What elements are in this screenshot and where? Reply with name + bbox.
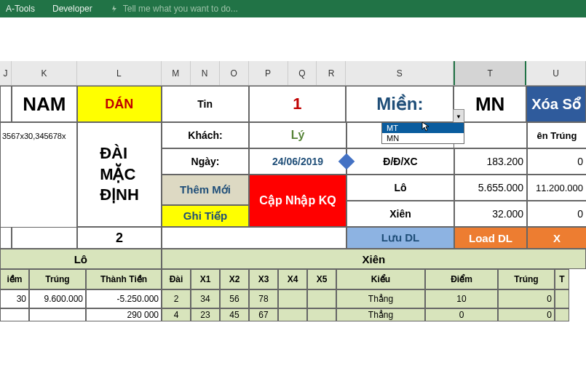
col-Q[interactable]: Q <box>288 61 317 85</box>
table-cell[interactable]: 10 <box>425 289 498 308</box>
dai-mac-dinh[interactable]: ĐÀI MẶC ĐỊNH <box>77 122 162 227</box>
table-cell[interactable] <box>278 289 307 308</box>
col-S[interactable]: S <box>346 61 454 85</box>
col-P[interactable]: P <box>249 61 288 85</box>
table-cell[interactable]: 290 000 <box>86 308 162 321</box>
table-cell[interactable] <box>29 308 86 321</box>
hdr-trung2: Trúng <box>498 269 555 289</box>
number-cell[interactable]: 1 <box>249 86 347 122</box>
table-cell[interactable]: 56 <box>220 289 249 308</box>
col-J[interactable]: J <box>0 61 12 85</box>
cell[interactable] <box>454 122 527 148</box>
hdr-iem: iềm <box>0 269 29 289</box>
dropdown-arrow-icon[interactable]: ▼ <box>453 109 464 124</box>
cell[interactable] <box>0 227 12 249</box>
hdr-dai: Đài <box>162 269 191 289</box>
col-T[interactable]: T <box>454 61 526 85</box>
lo-label: Lô <box>347 175 454 201</box>
val-0a[interactable]: 0 <box>527 148 586 175</box>
code-cell[interactable]: 3567x30,345678x <box>0 122 77 148</box>
mien-label: Miền: <box>346 86 454 122</box>
table-cell[interactable]: 4 <box>162 308 191 321</box>
table-cell[interactable]: 0 <box>498 308 555 321</box>
table-cell[interactable]: 0 <box>498 289 555 308</box>
nam-cell[interactable]: NAM <box>12 86 77 122</box>
col-L[interactable]: L <box>77 61 162 85</box>
mn-dropdown[interactable]: MN <box>454 86 526 122</box>
x-button[interactable]: X <box>527 227 586 249</box>
table-cell[interactable] <box>278 308 307 321</box>
tellme-search[interactable]: Tell me what you want to do... <box>110 4 238 14</box>
cell[interactable] <box>0 201 77 227</box>
lo-section: Lô <box>0 249 162 269</box>
hdr-thanhtien: Thành Tiền <box>86 269 162 289</box>
table-cell[interactable] <box>307 289 336 308</box>
val-11200[interactable]: 11.200.000 <box>527 175 586 201</box>
ly-cell[interactable]: Lý <box>249 122 347 148</box>
column-headers[interactable]: J K L M N O P Q R S T U <box>0 61 586 86</box>
hdr-kieu: Kiểu <box>336 269 425 289</box>
val-0b[interactable]: 0 <box>527 201 586 227</box>
ribbon-atools[interactable]: A-Tools <box>6 4 35 14</box>
col-R[interactable]: R <box>317 61 346 85</box>
hdr-x5: X5 <box>307 269 336 289</box>
col-N[interactable]: N <box>191 61 220 85</box>
table-cell[interactable]: 30 <box>0 289 29 308</box>
table-cell[interactable]: 67 <box>249 308 278 321</box>
col-K[interactable]: K <box>12 61 77 85</box>
cell[interactable] <box>0 175 77 201</box>
cell[interactable] <box>0 148 77 175</box>
table-cell[interactable]: 0 <box>425 308 498 321</box>
table-cell[interactable]: Thẳng <box>336 289 425 308</box>
dan-button[interactable]: DÁN <box>77 86 162 122</box>
capnhap-button[interactable]: Cập Nhập KQ <box>249 175 347 227</box>
ribbon-developer[interactable]: Developer <box>52 4 92 14</box>
hdr-x3: X3 <box>249 269 278 289</box>
table-cell[interactable]: 34 <box>191 289 220 308</box>
val-5655[interactable]: 5.655.000 <box>454 175 527 201</box>
hdr-x2: X2 <box>220 269 249 289</box>
date-cell[interactable]: 24/06/2019 <box>249 148 347 175</box>
entrung-cell: ên Trúng <box>527 122 586 148</box>
hdr-trung: Trúng <box>29 269 86 289</box>
xoa-button[interactable]: Xóa Sổ <box>526 86 586 122</box>
table-cell[interactable]: 23 <box>191 308 220 321</box>
table-cell[interactable]: 45 <box>220 308 249 321</box>
cell[interactable] <box>162 227 347 249</box>
ddxc-label: Đ/Đ/XC <box>347 148 454 175</box>
col-U[interactable]: U <box>526 61 586 85</box>
khach-label: Khách: <box>162 122 249 148</box>
table-cell[interactable]: 9.600.000 <box>29 289 86 308</box>
xien-label: Xiên <box>347 201 454 227</box>
xien-section: Xiên <box>162 249 586 269</box>
table-cell[interactable]: 78 <box>249 289 278 308</box>
val-183200[interactable]: 183.200 <box>454 148 527 175</box>
two-cell[interactable]: 2 <box>77 227 162 249</box>
col-O[interactable]: O <box>220 61 249 85</box>
hdr-diem: Điểm <box>425 269 498 289</box>
ghitiep-button[interactable]: Ghi Tiếp <box>162 205 249 227</box>
table-cell[interactable] <box>555 289 569 308</box>
cell[interactable] <box>0 86 12 122</box>
themmoi-button[interactable]: Thêm Mới <box>162 175 249 205</box>
lightbulb-icon <box>110 4 119 13</box>
hdr-x4: X4 <box>278 269 307 289</box>
hdr-t: T <box>555 269 569 289</box>
table-cell[interactable]: -5.250.000 <box>86 289 162 308</box>
load-button[interactable]: Load DL <box>454 227 527 249</box>
table-cell[interactable] <box>555 308 569 321</box>
tin-cell[interactable]: Tin <box>162 86 249 122</box>
table-cell[interactable]: 2 <box>162 289 191 308</box>
table-cell[interactable] <box>0 308 29 321</box>
val-32000[interactable]: 32.000 <box>454 201 527 227</box>
table-cell[interactable]: Thẳng <box>336 308 425 321</box>
luu-button[interactable]: Lưu DL <box>347 227 454 249</box>
table-cell[interactable] <box>307 308 336 321</box>
hdr-x1: X1 <box>191 269 220 289</box>
dropdown-item-mn[interactable]: MN <box>382 133 464 143</box>
ngay-label: Ngày: <box>162 148 249 175</box>
col-M[interactable]: M <box>162 61 191 85</box>
cell[interactable] <box>12 227 77 249</box>
cursor-icon <box>421 121 432 135</box>
